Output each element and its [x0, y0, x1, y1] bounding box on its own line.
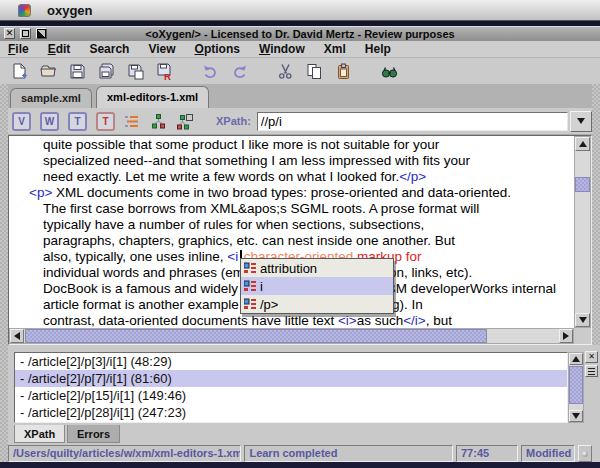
editor-line: typically have a number of rules for whe… [9, 217, 574, 233]
svg-text:R: R [164, 70, 171, 80]
code-tag: <p> [29, 185, 52, 200]
revert-r-button[interactable]: R [155, 62, 173, 80]
results-vscroll-track[interactable] [568, 352, 584, 423]
menu-file[interactable]: File [8, 42, 29, 56]
xpath-toolbar: VWTT XPath: [0, 108, 600, 135]
xpath-input[interactable] [257, 112, 568, 131]
editor-line: quite possible that some product I like … [9, 137, 574, 153]
menu-view[interactable]: View [148, 42, 175, 56]
results-vscroll-down-button[interactable] [569, 410, 583, 422]
xpath-result-row[interactable]: - /article[2]/p[15]/i[1] (149:46) [15, 387, 567, 404]
format-indent-button[interactable] [124, 113, 141, 130]
system-menu-bar: oxygen [0, 0, 600, 21]
save-all-button[interactable] [97, 62, 115, 80]
editor-vscroll-down-button[interactable] [575, 313, 590, 327]
results-menu-button[interactable] [585, 365, 598, 377]
results-vscroll-up-button[interactable] [569, 353, 583, 365]
apple-menu-icon[interactable] [18, 4, 31, 17]
tree-view-button[interactable] [150, 113, 167, 130]
well-formed-w-button[interactable]: W [40, 112, 59, 131]
menu-search[interactable]: Search [89, 42, 129, 56]
arrow-up-icon [579, 141, 587, 147]
new-document-button[interactable] [10, 62, 28, 80]
screen: oxygen ✕ <oXygen/> - Licensed to Dr. Dav… [0, 0, 600, 468]
save-as-button[interactable] [126, 62, 144, 80]
menu-bar: FileEditSearchViewOptionsWindowXmlHelp [0, 41, 600, 58]
editor-line: <p> XML documents come in two broad type… [9, 185, 574, 201]
code-text: quite possible that some product I like … [43, 137, 439, 152]
save-button[interactable] [68, 62, 86, 80]
code-text: need exactly. Let me write a few words o… [43, 169, 399, 184]
code-text: specialized need--and that something I a… [43, 153, 470, 168]
panel-tab-errors[interactable]: Errors [67, 425, 120, 443]
find-button[interactable] [380, 62, 398, 80]
code-text: The first case borrows from XML&apos;s S… [43, 201, 479, 216]
paste-button[interactable] [334, 62, 352, 80]
copy-button[interactable] [305, 62, 323, 80]
autocomplete-item-i[interactable]: i [241, 277, 393, 295]
paste-icon [335, 63, 352, 80]
cut-button[interactable] [276, 62, 294, 80]
code-text: XML documents come in two broad types: p… [52, 185, 511, 200]
xpath-result-row[interactable]: - /article[2]/p[7]/i[1] (81:60) [15, 370, 567, 387]
window-title: <oXygen/> - Licensed to Dr. David Mertz … [0, 27, 600, 41]
code-tag: </i> [403, 313, 426, 328]
tree-icon [150, 113, 167, 130]
arrow-up-icon [572, 356, 580, 362]
code-tag: <i [227, 249, 238, 264]
autocomplete-item-p[interactable]: /p> [241, 295, 393, 313]
menu-window[interactable]: Window [259, 42, 305, 56]
xpath-result-row[interactable]: - /article[2]/p[28]/i[1] (247:23) [15, 404, 567, 421]
resize-grip[interactable] [578, 445, 592, 462]
editor-vscroll-thumb[interactable] [575, 177, 590, 192]
editor-hscroll-right-button[interactable] [559, 329, 573, 343]
element-icon [244, 298, 256, 310]
results-vscroll-thumb[interactable] [569, 366, 583, 404]
editor-line: specialized need--and that something I a… [9, 153, 574, 169]
xpath-history-dropdown-button[interactable] [570, 111, 592, 132]
window-bottom-edge [0, 462, 600, 468]
element-icon [244, 280, 256, 292]
autocomplete-item-label: /p> [260, 297, 278, 312]
menu-xml[interactable]: Xml [324, 42, 346, 56]
tab-xml-editors-1-xml[interactable]: xml-editors-1.xml [96, 86, 209, 108]
editor-hscroll-track[interactable] [9, 328, 574, 344]
validate-v-button[interactable]: V [12, 112, 31, 131]
find-icon [381, 63, 398, 80]
app-menu-title[interactable]: oxygen [47, 3, 93, 18]
open-folder-icon [40, 63, 57, 80]
xpath-result-row[interactable]: - /article[2]/p[3]/i[1] (48:29) [15, 353, 567, 370]
code-tag: </p> [399, 169, 426, 184]
code-text: as such [357, 313, 404, 328]
editor-line: contrast, data-oriented documents have l… [9, 313, 574, 328]
arrow-down-icon [572, 413, 580, 419]
status-modified-flag: Modified [521, 445, 575, 462]
save-all-icon [98, 63, 115, 80]
save-as-icon [127, 63, 144, 80]
tab-sample-xml[interactable]: sample.xml [10, 88, 92, 108]
panel-tab-xpath[interactable]: XPath [14, 425, 65, 443]
window-title-bar[interactable]: ✕ <oXygen/> - Licensed to Dr. David Mert… [0, 26, 600, 42]
redo-button[interactable] [230, 62, 248, 80]
menu-options[interactable]: Options [195, 42, 240, 56]
text-mode-t-button[interactable]: T [68, 112, 87, 131]
results-close-button[interactable]: ✕ [585, 351, 598, 363]
code-text: contrast, data-oriented documents have l… [43, 313, 338, 328]
open-folder-button[interactable] [39, 62, 57, 80]
menu-edit[interactable]: Edit [48, 42, 71, 56]
undo-icon [202, 63, 219, 80]
menu-help[interactable]: Help [365, 42, 391, 56]
format-t-red-button[interactable]: T [96, 112, 115, 131]
editor-vscroll-track[interactable] [574, 136, 591, 328]
editor-line: The first case borrows from XML&apos;s S… [9, 201, 574, 217]
indent-icon [124, 113, 141, 130]
code-text: paragraphs, chapters, graphics, etc. can… [43, 233, 455, 248]
autocomplete-item-attribution[interactable]: attribution [241, 259, 393, 277]
tree-save-button[interactable] [176, 113, 193, 130]
window-frame-right [592, 84, 600, 345]
editor-hscroll-thumb[interactable] [25, 329, 487, 343]
autocomplete-item-label: attribution [260, 261, 317, 276]
editor-hscroll-left-button[interactable] [10, 329, 24, 343]
undo-button[interactable] [201, 62, 219, 80]
editor-vscroll-up-button[interactable] [575, 137, 590, 151]
